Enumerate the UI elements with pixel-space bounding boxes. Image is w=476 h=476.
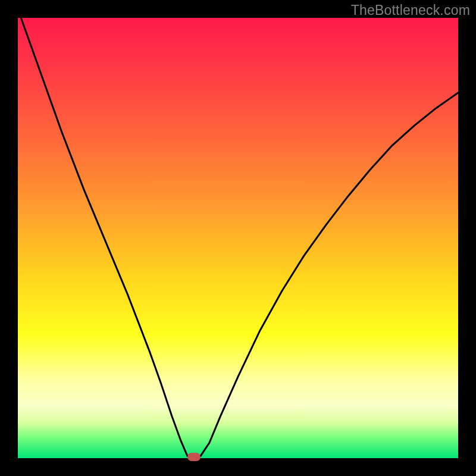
optimal-marker (187, 453, 201, 461)
plot-area (18, 18, 458, 458)
chart-frame: TheBottleneck.com (0, 0, 476, 476)
watermark-text: TheBottleneck.com (351, 2, 470, 18)
bottleneck-curve (18, 18, 458, 458)
